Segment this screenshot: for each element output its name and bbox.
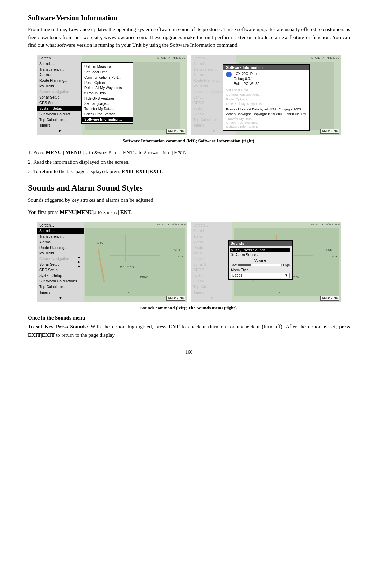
alarm-style-value: Beeps <box>232 273 242 277</box>
dropdown-arrow-icon[interactable]: ▼ <box>285 273 288 277</box>
volume-high-label: High <box>283 263 290 267</box>
volume-bar[interactable] <box>238 264 282 266</box>
volume-label: Volume <box>231 259 290 263</box>
info-popup-title: Software Information <box>223 65 309 70</box>
sw-line4-grayed: Set Local Time... <box>226 88 307 92</box>
figure-pair-1: Screen... Sounds... Transparency... Alar… <box>28 55 350 135</box>
sw-line7-grayed: Delete All My Waypoints <box>226 101 307 106</box>
sw-zenrin: Zenrin Copyright, Copyright 1999-2003 Ze… <box>226 112 307 116</box>
section1-body: From time to time, Lowrance updates the … <box>28 26 350 49</box>
key-press-checkbox[interactable]: ☒ <box>231 248 234 252</box>
once-heading: Once in the Sounds menu <box>28 315 350 321</box>
alarm-style-label: Alarm Style <box>231 268 290 272</box>
sounds-popup-title: Sounds <box>229 241 292 246</box>
sw-line6-grayed: Reset Options <box>226 97 307 101</box>
alarm-sounds-checkbox[interactable]: ☒ <box>231 253 234 257</box>
instruction-3: 3. To return to the last page displayed,… <box>28 167 350 176</box>
alarm-sounds-label: Alarm Sounds <box>235 253 258 257</box>
volume-low-label: Low <box>231 263 237 267</box>
figure1-caption: Software Information command (left); Sof… <box>28 138 350 144</box>
alarm-sounds-row[interactable]: ☒ Alarm Sounds <box>231 252 290 257</box>
figure2-caption: Sounds command (left); The Sounds menu (… <box>28 305 350 311</box>
alarm-style-section: Alarm Style Beeps ▼ <box>231 268 290 278</box>
sw-line1: LCX-20C_Debug <box>234 72 260 77</box>
sounds-popup: Sounds ☒ Key Press Sounds ☒ Alarm Sounds… <box>228 240 293 280</box>
page-number: 160 <box>28 350 350 355</box>
instruction-2: 2. Read the information displayed on the… <box>28 157 350 167</box>
volume-bar-row[interactable]: Low High <box>231 263 290 267</box>
volume-bar-fill <box>238 264 251 266</box>
figure-pair-2: Screen... Sounds... Transparency... Alar… <box>28 222 350 302</box>
section2-body2: You first press MENU|MENU|↓ to Sounds | … <box>28 208 350 216</box>
sw-poi: Points of Interest Data by infoUSA, Copy… <box>226 107 307 112</box>
instructions-list: 1. Press MENU | MENU | ↓ to System Setup… <box>28 148 350 176</box>
figure-right-2: Screen... Sounds... Trans Alarm Route My… <box>191 222 341 302</box>
instruction-1: 1. Press MENU | MENU | ↓ to System Setup… <box>28 148 350 157</box>
submenu-1: Units of Measure... Set Local Time... Co… <box>81 62 133 124</box>
figure-right-1: Screen... Sounds... Transparency... Alar… <box>191 55 341 135</box>
sw-line3: Build: PC-Win32 <box>234 81 260 86</box>
info-icon: i <box>226 72 232 77</box>
section2-title: Sounds and Alarm Sound Styles <box>28 183 350 193</box>
figure-left-2: Screen... Sounds... Transparency... Alar… <box>37 222 187 302</box>
sw-line2: Debug 0.0.1 <box>234 77 260 81</box>
figure-left-1: Screen... Sounds... Transparency... Alar… <box>37 55 187 135</box>
alarm-style-select[interactable]: Beeps ▼ <box>231 273 290 278</box>
key-press-sounds-row[interactable]: ☒ Key Press Sounds <box>230 248 290 252</box>
section1-title: Software Version Information <box>28 14 350 22</box>
section2-body1: Sounds triggered by key strokes and alar… <box>28 196 350 204</box>
sw-line5-grayed: Communications Port... <box>226 92 307 97</box>
key-press-label: Key Press Sounds <box>235 248 265 252</box>
key-press-description: To set Key Press Sounds: With the option… <box>28 322 350 339</box>
volume-section: Volume Low High <box>231 259 290 267</box>
